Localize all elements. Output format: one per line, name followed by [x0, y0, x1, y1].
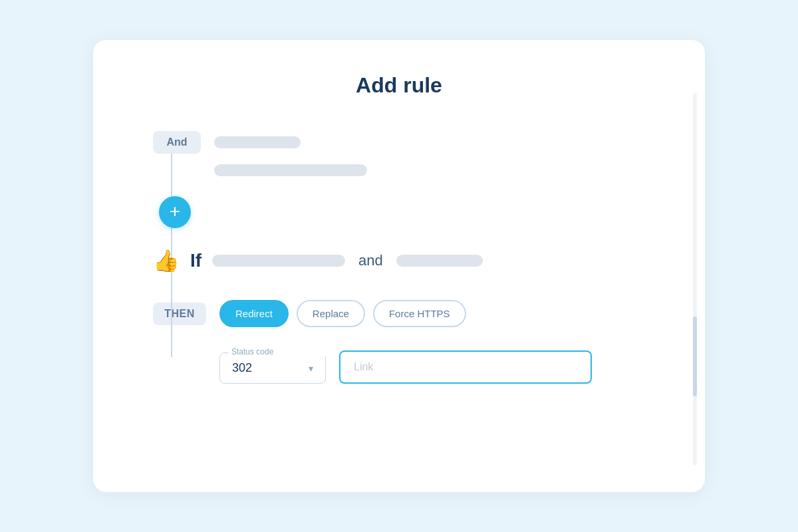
- and-connector-label: and: [358, 252, 383, 269]
- replace-button[interactable]: Replace: [297, 300, 365, 327]
- action-buttons-group: Redirect Replace Force HTTPS: [219, 300, 466, 327]
- if-condition-skeleton-1: [212, 255, 345, 267]
- chevron-down-icon: ▾: [309, 363, 313, 374]
- status-code-select[interactable]: 302 ▾: [219, 352, 326, 384]
- condition-detail-row: [214, 164, 665, 176]
- scrollbar-track: [693, 93, 697, 466]
- if-condition-row: 👍 If and: [153, 248, 665, 273]
- status-fields-row: Status code 302 ▾: [219, 340, 665, 384]
- status-code-value: 302: [232, 361, 252, 375]
- and-badge: And: [153, 131, 201, 154]
- then-row: THEN Redirect Replace Force HTTPS: [153, 300, 665, 327]
- then-section: THEN Redirect Replace Force HTTPS Status…: [153, 300, 665, 384]
- status-code-group: Status code 302 ▾: [219, 340, 326, 384]
- connector-line: [171, 131, 172, 357]
- scrollbar-thumb[interactable]: [693, 317, 697, 396]
- page-title: Add rule: [133, 73, 665, 98]
- plus-icon: +: [170, 202, 180, 221]
- link-input[interactable]: [339, 350, 592, 384]
- force-https-button[interactable]: Force HTTPS: [373, 300, 466, 327]
- then-badge: THEN: [153, 303, 206, 325]
- rule-builder: And + 👍 If and THEN Redirect Replace: [133, 131, 665, 384]
- condition-skeleton-2: [214, 164, 367, 176]
- and-condition-row: And: [153, 131, 665, 154]
- thumb-up-icon: 👍: [153, 248, 180, 273]
- status-code-label: Status code: [229, 347, 326, 356]
- condition-skeleton-1: [214, 136, 301, 148]
- add-condition-button[interactable]: +: [159, 196, 191, 228]
- redirect-button[interactable]: Redirect: [219, 300, 289, 327]
- add-rule-card: Add rule And + 👍 If and THEN: [93, 40, 705, 492]
- if-label: If: [190, 250, 201, 271]
- if-condition-skeleton-2: [396, 255, 483, 267]
